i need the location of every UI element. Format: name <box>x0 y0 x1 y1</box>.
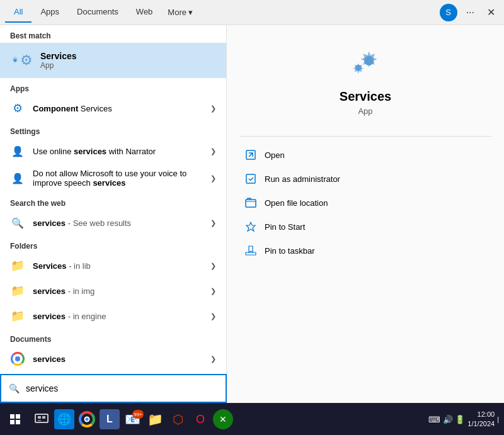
pin-start-label: Pin to Start <box>265 222 305 232</box>
tab-documents[interactable]: Documents <box>68 2 127 23</box>
close-button[interactable]: ✕ <box>483 4 499 21</box>
search-bar: 🔍 <box>0 374 227 403</box>
folders-section-header: Folders <box>0 235 226 253</box>
app-large-icon <box>345 44 386 84</box>
component-services-icon: ⚙ <box>10 101 25 116</box>
web-search-item[interactable]: 🔍 services - See web results ❯ <box>0 210 226 235</box>
content-area: Best match ⚙ Services App Apps <box>0 25 504 403</box>
chevron-right-icon: ❯ <box>210 105 216 113</box>
svg-rect-11 <box>35 414 48 422</box>
svg-rect-5 <box>246 200 256 207</box>
taskbar-search-icon[interactable] <box>5 409 25 429</box>
notification-badge: 99+ <box>132 410 144 419</box>
app-subtitle: App <box>358 106 372 116</box>
mail-icon[interactable]: 📧 99+ <box>122 409 142 429</box>
voice-icon: 👤 <box>10 171 25 186</box>
folder-engine-item[interactable]: 📁 services - in engine ❯ <box>0 303 226 329</box>
settings-section-header: Settings <box>0 121 226 138</box>
narrator-icon: 👤 <box>10 144 25 159</box>
svg-rect-10 <box>16 420 20 424</box>
app-header: Services App <box>239 44 491 116</box>
tab-web[interactable]: Web <box>127 2 162 23</box>
folder-lib-item[interactable]: 📁 Services - in lib ❯ <box>0 253 226 278</box>
edge-icon[interactable]: 🌐 <box>54 409 74 429</box>
right-panel: Services App Open <box>227 25 504 403</box>
component-services-item[interactable]: ⚙ Component Services ❯ <box>0 96 226 121</box>
svg-rect-12 <box>38 416 41 419</box>
web-section-header: Search the web <box>0 193 226 210</box>
run-admin-label: Run as administrator <box>265 174 340 184</box>
open-location-icon <box>244 196 257 209</box>
chevron-right-icon-7: ❯ <box>210 312 216 320</box>
search-input[interactable] <box>26 383 218 393</box>
run-admin-icon <box>244 172 257 185</box>
chevron-down-icon: ▾ <box>188 8 193 17</box>
component-services-label: Component Services <box>33 104 112 113</box>
chevron-right-icon-8: ❯ <box>210 355 216 363</box>
folder-taskbar-icon[interactable]: 📁 <box>145 409 165 429</box>
svg-rect-13 <box>42 416 45 419</box>
folder-img-icon: 📁 <box>10 283 25 298</box>
tray-icons[interactable]: ⌨ 🔊 🔋 <box>428 415 465 424</box>
show-desktop-btn[interactable]: | <box>497 415 499 423</box>
pin-taskbar-action[interactable]: Pin to taskbar <box>239 240 491 261</box>
svg-rect-4 <box>246 174 255 183</box>
chevron-right-icon-2: ❯ <box>210 147 216 155</box>
action-list: Open Run as administrator <box>239 144 491 261</box>
chrome-icon <box>10 351 25 366</box>
chevron-right-icon-3: ❯ <box>210 174 216 183</box>
folder-engine-icon: 📁 <box>10 308 25 324</box>
chevron-right-icon-4: ❯ <box>210 219 216 227</box>
svg-rect-9 <box>10 420 14 424</box>
divider <box>239 136 491 137</box>
doc-services-item[interactable]: services ❯ <box>0 346 226 371</box>
tab-more[interactable]: More ▾ <box>161 3 199 22</box>
voice-label: Do not allow Microsoft to use your voice… <box>33 169 186 188</box>
office-icon[interactable]: ⬡ <box>168 409 188 429</box>
folder-img-item[interactable]: 📁 services - in img ❯ <box>0 278 226 303</box>
folder-lib-icon: 📁 <box>10 258 25 273</box>
pin-start-action[interactable]: Pin to Start <box>239 216 491 237</box>
svg-rect-8 <box>16 414 20 419</box>
voice-settings-item[interactable]: 👤 Do not allow Microsoft to use your voi… <box>0 164 226 193</box>
virtual-desktop-icon[interactable] <box>32 409 52 429</box>
svg-rect-7 <box>10 414 14 419</box>
open-location-label: Open file location <box>265 198 328 208</box>
best-match-header: Best match <box>0 25 226 43</box>
tab-all[interactable]: All <box>5 2 32 23</box>
web-search-label: services - See web results <box>33 218 131 228</box>
app-title: Services <box>340 89 391 104</box>
launcher-icon[interactable]: L <box>100 409 120 429</box>
pin-start-icon <box>244 220 257 233</box>
best-match-subtitle: App <box>40 61 77 70</box>
svg-rect-14 <box>38 420 41 421</box>
tab-apps[interactable]: Apps <box>32 2 68 23</box>
pin-taskbar-label: Pin to taskbar <box>265 246 315 256</box>
open-label: Open <box>265 150 285 160</box>
search-icon: 🔍 <box>9 383 20 393</box>
services-icon: ⚙ <box>10 49 33 72</box>
apps-section-header: Apps <box>0 78 226 96</box>
open-location-action[interactable]: Open file location <box>239 192 491 213</box>
taskbar: 🌐 L 📧 99+ 📁 ⬡ O ✕ ⌨ 🔊 🔋 12:00 1/1/2024 <box>0 404 504 435</box>
tabs-bar: All Apps Documents Web More ▾ S ··· ✕ <box>0 0 504 25</box>
system-tray: ⌨ 🔊 🔋 12:00 1/1/2024 | <box>428 410 504 429</box>
documents-section-header: Documents <box>0 329 226 346</box>
open-action[interactable]: Open <box>239 144 491 166</box>
chrome-taskbar-icon[interactable] <box>77 409 97 429</box>
clock: 12:00 1/1/2024 <box>467 410 495 429</box>
more-options-button[interactable]: ··· <box>462 4 478 21</box>
user-avatar[interactable]: S <box>440 4 457 21</box>
web-search-icon: 🔍 <box>10 215 25 230</box>
narrator-label: Use online services with Narrator <box>33 147 156 156</box>
left-panel: Best match ⚙ Services App Apps <box>0 25 227 403</box>
run-admin-action[interactable]: Run as administrator <box>239 168 491 189</box>
opera-icon[interactable]: O <box>190 409 210 429</box>
xbox-icon[interactable]: ✕ <box>213 409 233 429</box>
chevron-right-icon-6: ❯ <box>210 287 216 295</box>
narrator-settings-item[interactable]: 👤 Use online services with Narrator ❯ <box>0 138 226 164</box>
best-match-item[interactable]: ⚙ Services App <box>0 43 226 78</box>
svg-rect-6 <box>246 252 256 255</box>
chevron-right-icon-5: ❯ <box>210 262 216 270</box>
search-panel: All Apps Documents Web More ▾ S ··· ✕ Be… <box>0 0 504 403</box>
